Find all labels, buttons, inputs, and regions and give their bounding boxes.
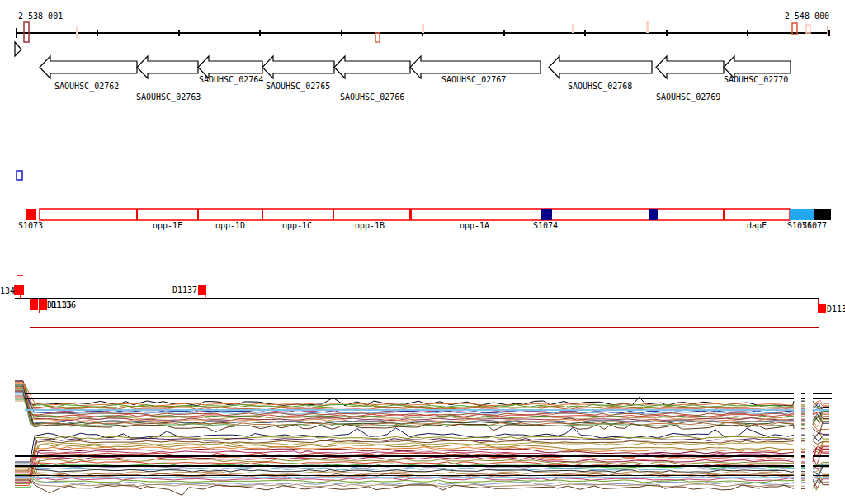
gene-label: SAOUHSC_02768 bbox=[568, 82, 632, 92]
feature-block-S1077[interactable] bbox=[814, 209, 831, 220]
operon-label: opp-1D bbox=[215, 221, 245, 230]
operon-label: opp-1A bbox=[460, 221, 489, 230]
gene-label: SAOUHSC_02767 bbox=[441, 75, 506, 85]
coordinate-ruler[interactable] bbox=[15, 21, 829, 56]
gene-track: SAOUHSC_02762SAOUHSC_02763SAOUHSC_02764S… bbox=[17, 56, 791, 180]
gene-arrow[interactable] bbox=[549, 56, 652, 78]
gene-arrow[interactable] bbox=[137, 56, 198, 78]
gene-label: SAOUHSC_02770 bbox=[724, 75, 788, 85]
ruler-marker[interactable] bbox=[827, 26, 828, 35]
feature-block-S1076[interactable] bbox=[790, 209, 814, 220]
feature-block-S1074[interactable] bbox=[541, 209, 552, 220]
operon-label: opp-1C bbox=[282, 221, 312, 230]
marker-tick bbox=[205, 295, 206, 299]
marker-D1136[interactable] bbox=[39, 299, 47, 310]
ruler-marker[interactable] bbox=[572, 24, 574, 33]
operon-label: S1073 bbox=[18, 221, 43, 230]
gene-label: SAOUHSC_02765 bbox=[266, 82, 330, 92]
operon-box[interactable] bbox=[40, 209, 790, 220]
ruler-marker[interactable] bbox=[76, 27, 78, 39]
genome-browser: 2 538 001 2 548 000 SAOUHSC_02762SAOUHSC… bbox=[0, 0, 845, 504]
marker-134[interactable] bbox=[14, 285, 24, 295]
marker-label: D1137 bbox=[172, 285, 197, 294]
gene-arrow[interactable] bbox=[40, 56, 137, 78]
marker-label: D1136 bbox=[51, 300, 76, 309]
operon-label: S1077 bbox=[802, 221, 827, 230]
marker-tick bbox=[818, 299, 819, 304]
ruler-marker[interactable] bbox=[646, 21, 649, 33]
gene-label: SAOUHSC_02763 bbox=[136, 92, 201, 102]
marker-D1137[interactable] bbox=[198, 285, 206, 295]
expression-plot[interactable] bbox=[15, 381, 832, 496]
operon-track: S1073opp-1Fopp-1Dopp-1Copp-1Bopp-1AS1074… bbox=[18, 209, 831, 230]
marker-label: D1138 bbox=[827, 304, 845, 313]
gene-arrow[interactable] bbox=[656, 56, 724, 78]
gene-label: SAOUHSC_02762 bbox=[54, 82, 119, 92]
gene-arrow[interactable] bbox=[334, 56, 410, 78]
feature-block-S1073[interactable] bbox=[26, 209, 36, 220]
gene-label: SAOUHSC_02769 bbox=[656, 92, 720, 102]
ruler-end-label: 2 548 000 bbox=[785, 12, 829, 21]
gene-label: SAOUHSC_02766 bbox=[340, 92, 404, 102]
strand-pennant-icon[interactable] bbox=[15, 42, 21, 56]
feature-block-block[interactable] bbox=[649, 209, 658, 220]
ruler-marker[interactable] bbox=[375, 33, 380, 42]
ruler-marker[interactable] bbox=[806, 25, 810, 33]
operon-label: opp-1B bbox=[355, 221, 385, 230]
marker-D1135[interactable] bbox=[30, 299, 38, 310]
marker-tick bbox=[20, 295, 21, 299]
gene-label: SAOUHSC_02764 bbox=[199, 75, 263, 85]
marker-label: 134 bbox=[0, 286, 15, 295]
blue-feature-marker[interactable] bbox=[17, 171, 22, 180]
marker-D1138[interactable] bbox=[818, 304, 826, 313]
ruler-marker[interactable] bbox=[24, 22, 29, 42]
gene-arrow[interactable] bbox=[262, 56, 334, 78]
ruler-start-label: 2 538 001 bbox=[18, 12, 63, 21]
ruler-marker[interactable] bbox=[422, 24, 424, 33]
operon-label: S1074 bbox=[533, 221, 558, 230]
operon-label: opp-1F bbox=[153, 221, 182, 230]
operon-label: dapF bbox=[747, 221, 767, 230]
marker-track: 134D1135D1136D1137D1138 bbox=[0, 275, 845, 327]
red-dash-marker bbox=[17, 275, 23, 276]
